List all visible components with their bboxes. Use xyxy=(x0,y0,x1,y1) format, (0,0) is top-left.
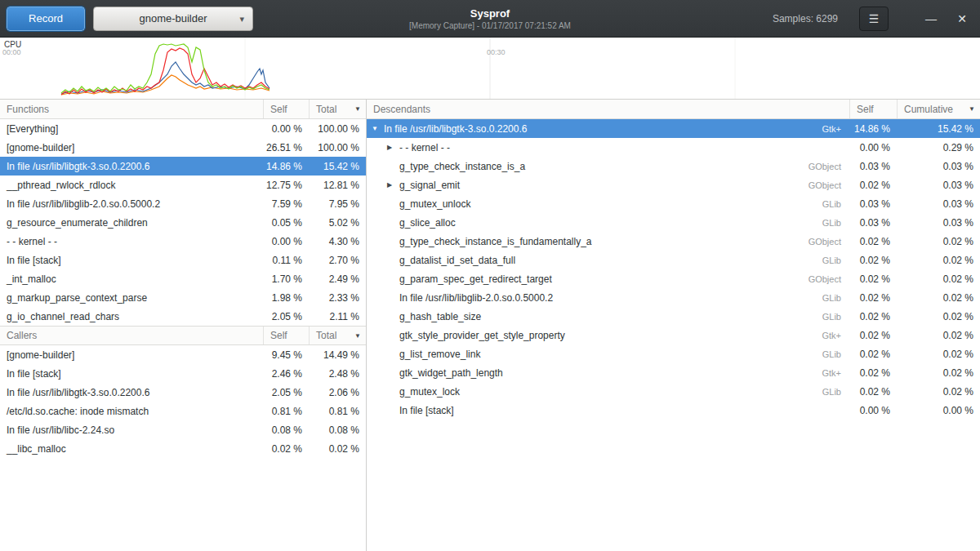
library-tag: GLib xyxy=(822,312,849,322)
descendants-self-column-header[interactable]: Self xyxy=(849,100,897,118)
descendant-row[interactable]: In file [stack] 0.00 % 0.00 % xyxy=(367,401,980,420)
descendants-table: ▼ In file /usr/lib/libgtk-3.so.0.2200.6 … xyxy=(367,119,980,420)
library-tag: Gtk+ xyxy=(822,331,849,340)
caller-total: 0.08 % xyxy=(309,424,366,436)
descendant-name: g_hash_table_size xyxy=(399,311,481,322)
descendant-name: gtk_widget_path_length xyxy=(399,367,503,379)
functions-column-header[interactable]: Functions xyxy=(0,100,263,118)
descendant-self: 0.02 % xyxy=(849,273,897,285)
function-self: 0.00 % xyxy=(263,123,309,135)
function-row[interactable]: In file [stack] 0.11 % 2.70 % xyxy=(0,251,366,269)
descendant-self: 0.03 % xyxy=(849,161,897,172)
function-total: 2.49 % xyxy=(309,273,366,285)
library-tag: GObject xyxy=(808,180,849,190)
capture-subtitle: [Memory Capture] - 01/17/2017 07:21:52 A… xyxy=(409,21,571,30)
descendant-self: 0.02 % xyxy=(849,255,897,266)
sort-descending-icon: ▼ xyxy=(969,105,975,113)
function-name: [Everything] xyxy=(0,123,263,135)
caller-name: __libc_malloc xyxy=(0,443,263,455)
process-selector[interactable]: gnome-builder ▾ xyxy=(93,7,253,31)
descendant-cumulative: 0.02 % xyxy=(897,367,980,379)
descendant-self: 14.86 % xyxy=(849,123,897,135)
descendant-row[interactable]: ▶ g_signal_emit GObject 0.02 % 0.03 % xyxy=(367,176,980,194)
function-self: 1.70 % xyxy=(263,273,309,285)
expander-icon[interactable]: ▶ xyxy=(387,181,399,189)
descendant-row[interactable]: gtk_style_provider_get_style_property Gt… xyxy=(367,326,980,344)
function-self: 7.59 % xyxy=(263,198,309,210)
expander-icon[interactable]: ▼ xyxy=(372,125,384,132)
caller-row[interactable]: [gnome-builder] 9.45 % 14.49 % xyxy=(0,345,366,364)
descendant-row[interactable]: g_list_remove_link GLib 0.02 % 0.02 % xyxy=(367,344,980,363)
function-name: In file [stack] xyxy=(0,255,263,266)
function-row[interactable]: g_resource_enumerate_children 0.05 % 5.0… xyxy=(0,213,366,232)
sort-descending-icon: ▼ xyxy=(354,105,361,113)
descendant-row[interactable]: gtk_widget_path_length Gtk+ 0.02 % 0.02 … xyxy=(367,363,980,382)
function-self: 14.86 % xyxy=(263,161,309,172)
callers-total-column-header[interactable]: Total ▼ xyxy=(309,327,366,344)
cpu-timeline[interactable]: CPU 00:00 00:30 xyxy=(0,38,980,100)
process-selector-label: gnome-builder xyxy=(139,12,207,24)
descendant-name: g_param_spec_get_redirect_target xyxy=(399,273,552,285)
record-button[interactable]: Record xyxy=(7,7,85,31)
function-total: 2.33 % xyxy=(309,292,366,304)
function-row[interactable]: In file /usr/lib/libglib-2.0.so.0.5000.2… xyxy=(0,194,366,213)
descendant-row[interactable]: g_type_check_instance_is_a GObject 0.03 … xyxy=(367,157,980,176)
descendant-self: 0.03 % xyxy=(849,217,897,229)
function-row[interactable]: [gnome-builder] 26.51 % 100.00 % xyxy=(0,138,366,157)
function-self: 0.11 % xyxy=(263,255,309,266)
caller-row[interactable]: /etc/ld.so.cache: inode mismatch 0.81 % … xyxy=(0,402,366,420)
descendant-row[interactable]: ▼ In file /usr/lib/libgtk-3.so.0.2200.6 … xyxy=(367,119,980,138)
caller-row[interactable]: In file /usr/lib/libgtk-3.so.0.2200.6 2.… xyxy=(0,383,366,402)
descendant-self: 0.02 % xyxy=(849,180,897,191)
descendants-cumulative-column-header[interactable]: Cumulative ▼ xyxy=(897,100,980,118)
callers-self-column-header[interactable]: Self xyxy=(263,327,309,344)
descendant-name: In file [stack] xyxy=(399,405,454,416)
functions-self-column-header[interactable]: Self xyxy=(263,100,309,118)
descendant-row[interactable]: g_mutex_unlock GLib 0.03 % 0.03 % xyxy=(367,194,980,213)
descendant-cumulative: 0.02 % xyxy=(897,311,980,322)
function-row[interactable]: _int_malloc 1.70 % 2.49 % xyxy=(0,269,366,288)
callers-column-header[interactable]: Callers xyxy=(0,327,263,344)
function-row[interactable]: [Everything] 0.00 % 100.00 % xyxy=(0,119,366,138)
functions-table: [Everything] 0.00 % 100.00 % [gnome-buil… xyxy=(0,119,366,326)
caller-total: 0.81 % xyxy=(309,406,366,417)
caller-row[interactable]: __libc_malloc 0.02 % 0.02 % xyxy=(0,439,366,458)
descendant-row[interactable]: g_datalist_id_set_data_full GLib 0.02 % … xyxy=(367,251,980,269)
caller-name: /etc/ld.so.cache: inode mismatch xyxy=(0,406,263,417)
caller-self: 2.05 % xyxy=(263,387,309,398)
titlebar: Record gnome-builder ▾ Sysprof [Memory C… xyxy=(0,0,980,38)
caller-row[interactable]: In file /usr/lib/libc-2.24.so 0.08 % 0.0… xyxy=(0,420,366,439)
function-row[interactable]: g_markup_parse_context_parse 1.98 % 2.33… xyxy=(0,288,366,307)
descendant-row[interactable]: g_mutex_lock GLib 0.02 % 0.02 % xyxy=(367,382,980,401)
descendant-self: 0.02 % xyxy=(849,292,897,304)
descendant-row[interactable]: g_slice_alloc GLib 0.03 % 0.03 % xyxy=(367,213,980,232)
descendant-row[interactable]: g_type_check_instance_is_fundamentally_a… xyxy=(367,232,980,251)
close-button[interactable]: ✕ xyxy=(951,7,973,31)
function-row[interactable]: In file /usr/lib/libgtk-3.so.0.2200.6 14… xyxy=(0,157,366,176)
descendant-name: gtk_style_provider_get_style_property xyxy=(399,330,565,341)
descendants-column-header[interactable]: Descendants xyxy=(367,100,849,118)
expander-icon[interactable]: ▶ xyxy=(387,144,399,151)
function-name: [gnome-builder] xyxy=(0,142,263,153)
descendant-row[interactable]: g_param_spec_get_redirect_target GObject… xyxy=(367,269,980,288)
descendant-row[interactable]: In file /usr/lib/libglib-2.0.so.0.5000.2… xyxy=(367,288,980,307)
descendant-self: 0.02 % xyxy=(849,311,897,322)
function-name: In file /usr/lib/libgtk-3.so.0.2200.6 xyxy=(0,161,263,172)
function-total: 15.42 % xyxy=(309,161,366,172)
functions-total-column-header[interactable]: Total ▼ xyxy=(309,100,366,118)
callers-total-label: Total xyxy=(316,330,336,341)
sort-descending-icon: ▼ xyxy=(354,332,361,340)
caller-self: 0.02 % xyxy=(263,443,309,455)
function-row[interactable]: g_io_channel_read_chars 2.05 % 2.11 % xyxy=(0,307,366,326)
menu-button[interactable]: ☰ xyxy=(859,7,889,31)
function-row[interactable]: - - kernel - - 0.00 % 4.30 % xyxy=(0,232,366,251)
descendant-row[interactable]: ▶ - - kernel - - 0.00 % 0.29 % xyxy=(367,138,980,157)
descendant-row[interactable]: g_hash_table_size GLib 0.02 % 0.02 % xyxy=(367,307,980,326)
descendants-header: Descendants Self Cumulative ▼ xyxy=(367,100,980,119)
function-row[interactable]: __pthread_rwlock_rdlock 12.75 % 12.81 % xyxy=(0,176,366,194)
window-title-block: Sysprof [Memory Capture] - 01/17/2017 07… xyxy=(409,7,571,30)
library-tag: Gtk+ xyxy=(822,368,849,378)
minimize-button[interactable]: — xyxy=(920,7,942,31)
library-tag: Gtk+ xyxy=(822,124,849,134)
caller-row[interactable]: In file [stack] 2.46 % 2.48 % xyxy=(0,364,366,383)
